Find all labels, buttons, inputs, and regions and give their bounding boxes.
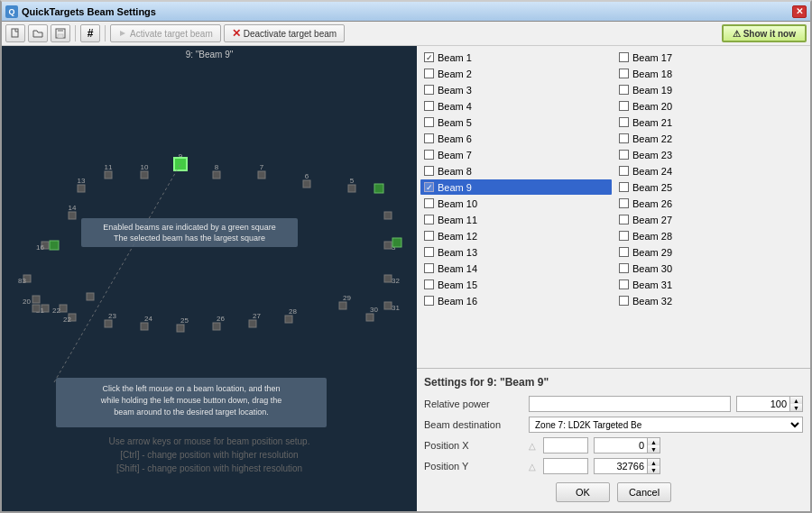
beam-checkbox-28[interactable]: [619, 231, 629, 241]
beam-checkbox-26[interactable]: [619, 198, 629, 208]
beam-item-28[interactable]: Beam 28: [615, 228, 807, 243]
beam-item-29[interactable]: Beam 29: [615, 244, 807, 260]
beam-item-22[interactable]: Beam 22: [615, 131, 807, 146]
svg-text:22: 22: [63, 316, 71, 324]
svg-text:32: 32: [392, 277, 400, 285]
new-button[interactable]: [5, 24, 25, 42]
cancel-button[interactable]: Cancel: [617, 482, 671, 502]
position-x-spin-up[interactable]: ▲: [648, 438, 660, 445]
activate-button[interactable]: Activate target beam: [110, 24, 221, 42]
beam-item-30[interactable]: Beam 30: [615, 261, 807, 276]
beam-item-27[interactable]: Beam 27: [615, 212, 807, 227]
beam-checkbox-7[interactable]: [424, 150, 434, 160]
save-button[interactable]: [51, 24, 70, 42]
svg-rect-63: [32, 296, 40, 303]
beam-item-2[interactable]: Beam 2: [420, 66, 612, 81]
beam-item-6[interactable]: Beam 6: [420, 131, 612, 146]
beam-checkbox-24[interactable]: [619, 166, 629, 176]
position-x-value[interactable]: [594, 437, 648, 453]
beam-checkbox-29[interactable]: [619, 247, 629, 257]
svg-rect-44: [141, 323, 148, 330]
beam-item-15[interactable]: Beam 15: [420, 277, 612, 292]
beam-checkbox-30[interactable]: [619, 263, 629, 273]
beam-checkbox-1[interactable]: [424, 52, 434, 62]
beam-item-11[interactable]: Beam 11: [420, 212, 612, 227]
beam-checkbox-12[interactable]: [424, 231, 434, 241]
svg-rect-56: [366, 314, 374, 321]
open-button[interactable]: [28, 24, 48, 42]
position-x-spin-down[interactable]: ▼: [648, 445, 660, 453]
relative-power-value[interactable]: [736, 396, 790, 412]
beam-item-7[interactable]: Beam 7: [420, 147, 612, 162]
hash-button[interactable]: #: [80, 24, 100, 42]
beam-checkbox-4[interactable]: [424, 101, 434, 111]
beam-item-18[interactable]: Beam 18: [615, 66, 807, 81]
beam-item-16[interactable]: Beam 16: [420, 293, 612, 308]
beam-checkbox-31[interactable]: [619, 279, 629, 289]
beam-column-2: Beam 17Beam 18Beam 19Beam 20Beam 21Beam …: [615, 50, 807, 364]
beam-checkbox-27[interactable]: [619, 215, 629, 224]
beam-checkbox-16[interactable]: [424, 296, 434, 306]
position-x-input[interactable]: [543, 437, 588, 453]
beam-checkbox-20[interactable]: [619, 101, 629, 111]
beam-checkbox-25[interactable]: [619, 182, 629, 192]
beam-checkbox-17[interactable]: [619, 52, 629, 62]
deactivate-button[interactable]: ✕ Deactivate target beam: [224, 24, 345, 42]
beam-item-25[interactable]: Beam 25: [615, 179, 807, 195]
svg-text:20: 20: [23, 298, 31, 306]
beam-checkbox-14[interactable]: [424, 263, 434, 273]
beam-item-14[interactable]: Beam 14: [420, 261, 612, 276]
beam-item-23[interactable]: Beam 23: [615, 147, 807, 162]
beam-checkbox-11[interactable]: [424, 215, 434, 224]
beam-item-1[interactable]: Beam 1: [420, 50, 612, 65]
position-x-label: Position X: [424, 440, 523, 451]
beam-item-4[interactable]: Beam 4: [420, 98, 612, 114]
beam-checkbox-6[interactable]: [424, 133, 434, 143]
beam-destination-select[interactable]: Zone 7: LD2K Targeted Be: [529, 417, 803, 433]
svg-rect-48: [213, 323, 220, 330]
beam-item-24[interactable]: Beam 24: [615, 163, 807, 179]
beam-item-32[interactable]: Beam 32: [615, 293, 807, 308]
beam-checkbox-15[interactable]: [424, 279, 434, 289]
position-y-spin-down[interactable]: ▼: [648, 466, 660, 473]
beam-item-9[interactable]: Beam 9: [420, 179, 612, 195]
beam-checkbox-23[interactable]: [619, 150, 629, 160]
beam-checkbox-3[interactable]: [424, 85, 434, 95]
position-y-value[interactable]: [594, 458, 648, 474]
beam-item-12[interactable]: Beam 12: [420, 228, 612, 243]
beam-item-3[interactable]: Beam 3: [420, 82, 612, 97]
beam-item-5[interactable]: Beam 5: [420, 115, 612, 130]
svg-rect-54: [339, 302, 346, 309]
beam-item-8[interactable]: Beam 8: [420, 163, 612, 179]
beam-checkbox-19[interactable]: [619, 85, 629, 95]
beam-item-10[interactable]: Beam 10: [420, 196, 612, 211]
relative-power-input[interactable]: [529, 396, 731, 412]
show-now-button[interactable]: ⚠ Show it now: [722, 24, 807, 42]
beam-item-17[interactable]: Beam 17: [615, 50, 807, 65]
position-y-input[interactable]: [543, 458, 588, 474]
relative-power-spin-down[interactable]: ▼: [790, 404, 802, 411]
settings-section: Settings for 9: "Beam 9" Relative power …: [417, 368, 810, 511]
beam-checkbox-13[interactable]: [424, 247, 434, 257]
beam-item-21[interactable]: Beam 21: [615, 115, 807, 130]
beam-checkbox-32[interactable]: [619, 296, 629, 306]
beam-item-31[interactable]: Beam 31: [615, 277, 807, 292]
beam-checkbox-18[interactable]: [619, 69, 629, 78]
beam-checkbox-8[interactable]: [424, 166, 434, 176]
position-y-spin-up[interactable]: ▲: [648, 459, 660, 466]
beam-checkbox-22[interactable]: [619, 133, 629, 143]
beam-item-19[interactable]: Beam 19: [615, 82, 807, 97]
beam-item-26[interactable]: Beam 26: [615, 196, 807, 211]
beam-checkbox-10[interactable]: [424, 198, 434, 208]
close-button[interactable]: ✕: [792, 5, 807, 18]
beam-item-13[interactable]: Beam 13: [420, 244, 612, 260]
svg-rect-17: [258, 171, 265, 179]
beam-label-20: Beam 20: [632, 101, 672, 112]
relative-power-spin-up[interactable]: ▲: [790, 397, 802, 404]
beam-checkbox-9[interactable]: [424, 182, 434, 192]
ok-button[interactable]: OK: [556, 482, 610, 502]
beam-item-20[interactable]: Beam 20: [615, 98, 807, 114]
beam-checkbox-5[interactable]: [424, 117, 434, 127]
beam-checkbox-2[interactable]: [424, 69, 434, 78]
beam-checkbox-21[interactable]: [619, 117, 629, 127]
